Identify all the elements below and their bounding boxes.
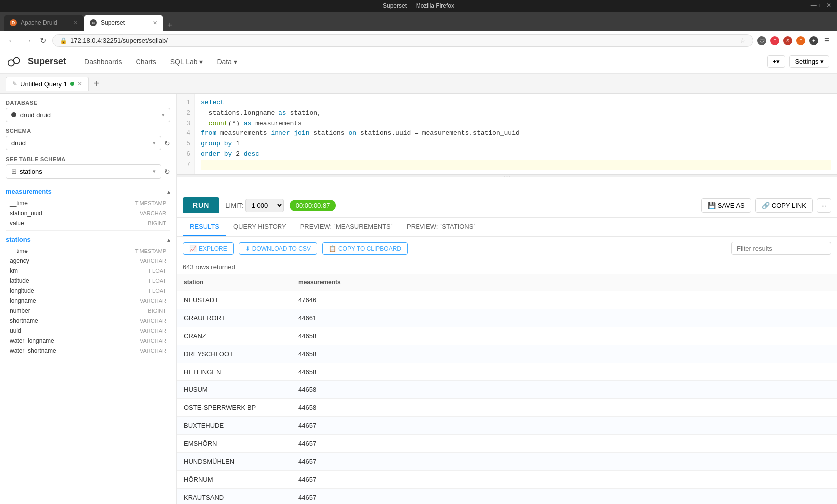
field-type-station-uuid: VARCHAR: [140, 210, 166, 216]
cell-station: HÖRNUM: [177, 471, 291, 489]
field-type-shortname: VARCHAR: [140, 318, 166, 324]
database-select-arrow: ▾: [162, 112, 165, 118]
forward-button[interactable]: →: [22, 35, 34, 46]
cell-station: HUNDSMÜHLEN: [177, 453, 291, 471]
bookmark-icon[interactable]: ☆: [740, 37, 746, 44]
table-refresh-button[interactable]: ↻: [164, 168, 170, 176]
copy-clipboard-button[interactable]: 📋 COPY TO CLIPBOARD: [322, 242, 408, 255]
new-tab-button[interactable]: +: [163, 20, 177, 31]
title-bar: Superset — Mozilla Firefox — □ ✕: [0, 0, 837, 12]
cell-measurements: 44657: [291, 417, 837, 435]
code-content[interactable]: select stations.longname as station, cou…: [195, 94, 837, 174]
measurements-table-name: measurements: [6, 188, 52, 195]
back-button[interactable]: ←: [6, 35, 18, 46]
query-tab-1[interactable]: ✎ Untitled Query 1 ✕: [6, 77, 89, 91]
add-query-tab-button[interactable]: +: [91, 78, 103, 89]
query-toolbar: RUN LIMIT: 1 000 5 000 10 000 00:00:00.8…: [177, 193, 837, 218]
results-tab-preview-measurements[interactable]: PREVIEW: `MEASUREMENTS`: [293, 218, 400, 236]
field-name-longitude: longitude: [10, 287, 34, 294]
table-schema-section: SEE TABLE SCHEMA ⊞ stations ▾ ↻: [6, 156, 170, 179]
database-label: DATABASE: [6, 100, 170, 106]
browser-menu[interactable]: ☰: [822, 36, 831, 45]
editor-resize-handle[interactable]: ⋯: [177, 174, 837, 177]
nav-data[interactable]: Data ▾: [211, 55, 243, 69]
measurements-table-header[interactable]: measurements ▴: [6, 185, 170, 198]
field-type-water-longname: VARCHAR: [140, 338, 166, 344]
header-add-button[interactable]: +▾: [767, 55, 786, 68]
browser-tab-druid[interactable]: D Apache Druid ✕: [4, 15, 84, 31]
superset-favicon: ∞: [90, 19, 97, 26]
code-editor[interactable]: 1 2 3 4 5 6 7 select stations.longname a…: [177, 94, 837, 193]
editor-inner: 1 2 3 4 5 6 7 select stations.longname a…: [177, 94, 837, 174]
browser-icon-3[interactable]: S: [783, 36, 792, 45]
app: Superset Dashboards Charts SQL Lab ▾ Dat…: [0, 50, 837, 504]
stations-table-header[interactable]: stations ▴: [6, 233, 170, 246]
header-settings-button[interactable]: Settings ▾: [789, 55, 829, 68]
browser-icon-4[interactable]: F: [796, 36, 805, 45]
save-as-label: SAVE AS: [718, 202, 745, 209]
browser-tab-superset[interactable]: ∞ Superset ✕: [84, 15, 163, 31]
schema-value: druid: [11, 139, 26, 147]
field-row-number: number BIGINT: [6, 306, 170, 316]
limit-select[interactable]: 1 000 5 000 10 000: [245, 199, 284, 212]
window-title: Superset — Mozilla Firefox: [383, 2, 454, 9]
save-as-button[interactable]: 💾 SAVE AS: [701, 198, 751, 213]
browser-icon-5[interactable]: ✦: [809, 36, 818, 45]
table-row: HUSUM44658: [177, 381, 837, 399]
field-row-time-m: __time TIMESTAMP: [6, 198, 170, 208]
schema-select[interactable]: druid ▾: [6, 136, 161, 150]
table-select[interactable]: ⊞ stations ▾: [6, 164, 161, 179]
cell-measurements: 44657: [291, 435, 837, 453]
field-type-agency: VARCHAR: [140, 258, 166, 264]
field-type-longname: VARCHAR: [140, 298, 166, 304]
schema-refresh-button[interactable]: ↻: [164, 139, 170, 147]
druid-tab-close[interactable]: ✕: [73, 20, 78, 26]
download-csv-button[interactable]: ⬇ DOWNLOAD TO CSV: [239, 242, 317, 255]
schema-section: SCHEMA druid ▾ ↻: [6, 128, 170, 150]
run-button[interactable]: RUN: [183, 197, 219, 213]
field-row-longitude: longitude FLOAT: [6, 286, 170, 296]
explore-button[interactable]: 📈 EXPLORE: [183, 242, 234, 255]
col-header-station: station: [177, 274, 291, 291]
url-bar[interactable]: 🔒 172.18.0.4:32251/superset/sqllab/ ☆: [52, 34, 753, 47]
browser-toolbar-icons: 🛡 F S F ✦ ☰: [757, 36, 831, 45]
field-row-water-longname: water_longname VARCHAR: [6, 336, 170, 346]
nav-dashboards[interactable]: Dashboards: [78, 55, 128, 69]
query-tab-close[interactable]: ✕: [77, 80, 82, 87]
results-tab-history[interactable]: QUERY HISTORY: [226, 218, 293, 236]
nav-sqllab[interactable]: SQL Lab ▾: [164, 55, 209, 69]
database-select[interactable]: druid druid ▾: [6, 108, 170, 122]
field-type-km: FLOAT: [149, 268, 166, 274]
table-row: OSTE-SPERRWERK BP44658: [177, 399, 837, 417]
table-row: EMSHÖRN44657: [177, 435, 837, 453]
more-options-button[interactable]: ···: [817, 198, 831, 213]
cell-station: CRANZ: [177, 327, 291, 345]
field-row-uuid: uuid VARCHAR: [6, 326, 170, 336]
cell-measurements: 44661: [291, 309, 837, 327]
table-row: CRANZ44658: [177, 327, 837, 345]
field-row-shortname: shortname VARCHAR: [6, 316, 170, 326]
reload-button[interactable]: ↻: [38, 35, 48, 46]
results-table: station measurements NEUSTADT47646GRAUER…: [177, 274, 837, 504]
browser-icon-2[interactable]: F: [770, 36, 779, 45]
link-icon: 🔗: [762, 202, 770, 209]
explore-label: EXPLORE: [199, 245, 227, 252]
results-tab-preview-stations[interactable]: PREVIEW: `STATIONS`: [400, 218, 483, 236]
field-name-longname: longname: [10, 297, 36, 304]
field-name-station-uuid: station_uuid: [10, 210, 42, 217]
cell-measurements: 44657: [291, 471, 837, 489]
browser-icon-1[interactable]: 🛡: [757, 36, 766, 45]
filter-input[interactable]: [731, 242, 831, 255]
results-tab-results[interactable]: RESULTS: [183, 218, 226, 236]
copy-link-button[interactable]: 🔗 COPY LINK: [755, 198, 813, 213]
nav-charts[interactable]: Charts: [130, 55, 162, 69]
table-select-arrow: ▾: [153, 168, 156, 175]
download-icon: ⬇: [245, 245, 250, 252]
cell-station: OSTE-SPERRWERK BP: [177, 399, 291, 417]
table-row: BUXTEHUDE44657: [177, 417, 837, 435]
copy-link-label: COPY LINK: [772, 202, 806, 209]
address-bar: ← → ↻ 🔒 172.18.0.4:32251/superset/sqllab…: [0, 31, 837, 50]
superset-tab-close[interactable]: ✕: [153, 20, 157, 26]
security-icon: 🔒: [60, 37, 67, 44]
field-name-agency: agency: [10, 257, 29, 264]
